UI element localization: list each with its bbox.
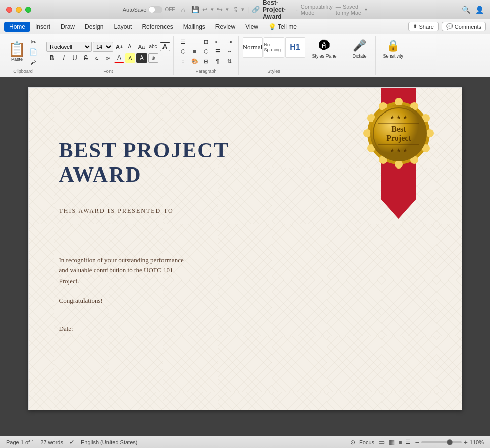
increase-indent-button[interactable]: ⇥ bbox=[224, 37, 235, 46]
menu-item-design[interactable]: Design bbox=[80, 22, 108, 32]
share-button[interactable]: ⬆ Share bbox=[408, 22, 438, 31]
date-line: Date: bbox=[59, 325, 431, 333]
show-marks-button[interactable]: ¶ bbox=[212, 57, 224, 66]
svg-text:Best: Best bbox=[391, 125, 406, 133]
shading-button[interactable]: 🎨 bbox=[189, 57, 200, 66]
outline-view-icon[interactable]: ≡ bbox=[399, 439, 402, 445]
zoom-in-button[interactable]: + bbox=[464, 438, 468, 446]
styles-pane-button[interactable]: 🅐 Styles Pane bbox=[309, 37, 340, 61]
lightbulb-icon: 💡 bbox=[268, 23, 276, 30]
multilevel-list-button[interactable]: ⊞ bbox=[201, 37, 212, 46]
zoom-slider-thumb bbox=[447, 439, 453, 445]
menu-item-view[interactable]: View bbox=[240, 22, 263, 32]
zoom-out-button[interactable]: − bbox=[415, 438, 419, 446]
window-controls bbox=[6, 7, 31, 13]
subscript-button[interactable]: x₂ bbox=[92, 53, 102, 63]
cut-button[interactable]: ✂ bbox=[28, 37, 39, 46]
menu-item-layout[interactable]: Layout bbox=[108, 22, 137, 32]
font-clear-button[interactable]: abc bbox=[147, 42, 158, 51]
print-dropdown-icon[interactable]: ▾ bbox=[241, 6, 244, 13]
view-single-icon[interactable]: ▭ bbox=[378, 438, 385, 446]
read-mode-icon[interactable]: ☰ bbox=[406, 439, 411, 445]
language[interactable]: English (United States) bbox=[81, 439, 138, 445]
redo-dropdown-icon[interactable]: ▾ bbox=[226, 6, 229, 13]
sensitivity-label: Sensitivity bbox=[383, 53, 404, 59]
sensitivity-button[interactable]: 🔒 Sensitivity bbox=[380, 37, 407, 61]
close-button[interactable] bbox=[6, 7, 12, 13]
zoom-level[interactable]: 110% bbox=[470, 439, 484, 445]
date-underline[interactable] bbox=[77, 325, 193, 333]
menu-item-draw[interactable]: Draw bbox=[56, 22, 80, 32]
underline-button[interactable]: U bbox=[70, 53, 80, 63]
menu-item-review[interactable]: Review bbox=[210, 22, 240, 32]
save-icon[interactable]: 💾 bbox=[191, 6, 199, 13]
title-bar-right: 🔍 👤 bbox=[462, 6, 484, 14]
undo-dropdown-icon[interactable]: ▾ bbox=[211, 6, 214, 13]
style-normal[interactable]: Normal bbox=[243, 37, 263, 58]
borders-button[interactable]: ⊞ bbox=[201, 57, 212, 66]
clipboard-sub-buttons: ✂ 📄 🖌 bbox=[28, 37, 39, 67]
justify-button[interactable]: ☰ bbox=[212, 47, 224, 56]
search-icon[interactable]: 🔍 bbox=[462, 6, 470, 14]
undo-icon[interactable]: ↩ bbox=[202, 6, 208, 13]
bullets-button[interactable]: ☰ bbox=[178, 37, 189, 46]
autosave-area: AutoSave OFF bbox=[123, 6, 175, 13]
style-h1[interactable]: H1 bbox=[285, 37, 305, 58]
menu-item-insert[interactable]: Insert bbox=[30, 22, 56, 32]
menu-item-mailings[interactable]: Mailings bbox=[178, 22, 210, 32]
track-changes-icon[interactable]: ✓ bbox=[69, 438, 75, 446]
recognition-text: In recognition of your outstanding perfo… bbox=[59, 255, 291, 287]
redo-icon[interactable]: ↪ bbox=[217, 6, 223, 13]
italic-button[interactable]: I bbox=[59, 53, 69, 63]
format-painter-button[interactable]: 🖌 bbox=[28, 58, 39, 67]
award-title: BEST PROJECT AWARD bbox=[59, 138, 337, 187]
link-icon[interactable]: 🔗 bbox=[252, 6, 260, 13]
svg-point-4 bbox=[426, 129, 434, 137]
menu-item-tell-me[interactable]: 💡 Tell me bbox=[263, 22, 302, 32]
superscript-button[interactable]: x² bbox=[103, 53, 113, 63]
bold-button[interactable]: B bbox=[46, 53, 58, 63]
font-color-button[interactable]: A bbox=[114, 53, 124, 63]
print-icon[interactable]: 🖨 bbox=[232, 6, 238, 13]
congratulations-text[interactable]: Congratulations! bbox=[59, 297, 431, 305]
dictate-button[interactable]: 🎤 Dictate bbox=[347, 37, 372, 61]
decrease-indent-button[interactable]: ⇤ bbox=[212, 37, 224, 46]
paste-button[interactable]: 📋 Paste bbox=[7, 41, 27, 63]
zoom-slider[interactable] bbox=[421, 441, 462, 443]
date-label: Date: bbox=[59, 325, 73, 333]
align-right-button[interactable]: ⬡ bbox=[201, 47, 212, 56]
line-spacing-button[interactable]: ↕ bbox=[178, 57, 189, 66]
phonetic-guide-button[interactable]: ⊕ bbox=[148, 53, 158, 63]
ribbon-group-styles: Normal No Spacing H1 Styles 🅐 Styles Pan… bbox=[240, 36, 343, 75]
font-name-select[interactable]: Rockwell bbox=[46, 42, 92, 52]
sort-button[interactable]: ⇅ bbox=[224, 57, 235, 66]
doc-name: Best-Project-Award bbox=[263, 0, 293, 20]
character-shading-button[interactable]: A bbox=[136, 53, 147, 63]
numbering-button[interactable]: ≡ bbox=[189, 37, 200, 46]
strikethrough-button[interactable]: S bbox=[81, 53, 91, 63]
font-style-button[interactable]: A bbox=[160, 42, 170, 51]
saved-dropdown-icon[interactable]: ▾ bbox=[365, 7, 367, 12]
copy-button[interactable]: 📄 bbox=[28, 47, 39, 57]
autosave-toggle-knob bbox=[149, 7, 155, 13]
account-icon[interactable]: 👤 bbox=[475, 6, 484, 14]
highlight-button[interactable]: A bbox=[125, 53, 135, 63]
font-size-select[interactable]: 14 bbox=[93, 42, 113, 52]
ltr-rtl-button[interactable]: ↔ bbox=[224, 47, 235, 56]
focus-label[interactable]: Focus bbox=[359, 439, 374, 445]
font-case-button[interactable]: Aa bbox=[136, 42, 146, 51]
menu-item-references[interactable]: References bbox=[137, 22, 178, 32]
minimize-button[interactable] bbox=[16, 7, 22, 13]
font-top-row: Rockwell 14 A+ A- Aa abc A B I U S x₂ bbox=[46, 37, 170, 67]
home-icon[interactable]: ⌂ bbox=[181, 6, 185, 14]
font-size-increase-button[interactable]: A+ bbox=[114, 42, 124, 51]
font-size-decrease-button[interactable]: A- bbox=[125, 42, 135, 51]
view-multi-icon[interactable]: ▦ bbox=[389, 438, 395, 446]
comments-button[interactable]: 💬 Comments bbox=[442, 22, 486, 31]
autosave-toggle[interactable] bbox=[148, 6, 162, 13]
maximize-button[interactable] bbox=[25, 7, 31, 13]
style-no-space[interactable]: No Spacing bbox=[264, 37, 284, 58]
menu-item-home[interactable]: Home bbox=[4, 22, 30, 32]
align-center-button[interactable]: ≡ bbox=[189, 47, 200, 56]
align-left-button[interactable]: ⬡ bbox=[178, 47, 189, 56]
